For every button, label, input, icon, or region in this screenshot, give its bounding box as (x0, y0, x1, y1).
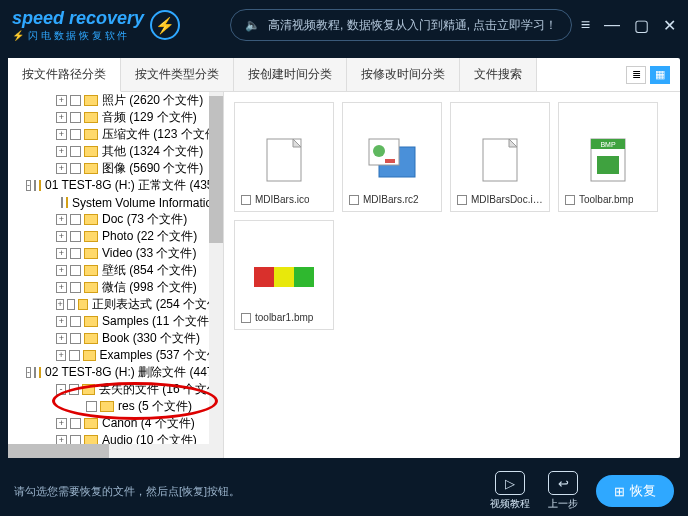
tree-row[interactable]: +正则表达式 (254 个文件) (8, 296, 223, 313)
tree-row[interactable]: System Volume Information (3 … (8, 194, 223, 211)
tab-1[interactable]: 按文件类型分类 (121, 58, 234, 91)
checkbox[interactable] (61, 197, 63, 208)
tab-4[interactable]: 文件搜索 (460, 58, 537, 91)
view-grid-button[interactable]: ▦ (650, 66, 670, 84)
file-item[interactable]: MDIBars.rc2 (342, 102, 442, 212)
tree-row[interactable]: +照片 (2620 个文件) (8, 92, 223, 109)
tree-label: res (5 个文件) (118, 398, 192, 415)
checkbox[interactable] (70, 129, 81, 140)
tree-row[interactable]: +微信 (998 个文件) (8, 279, 223, 296)
checkbox[interactable] (241, 313, 251, 323)
view-list-button[interactable]: ≣ (626, 66, 646, 84)
tree-row[interactable]: +Photo (22 个文件) (8, 228, 223, 245)
expand-icon[interactable]: + (56, 146, 67, 157)
file-item[interactable]: MDIBarsDoc.ico (450, 102, 550, 212)
checkbox[interactable] (70, 282, 81, 293)
tree-scrollbar-v[interactable] (209, 92, 223, 458)
expand-icon[interactable]: - (26, 180, 31, 191)
checkbox[interactable] (70, 112, 81, 123)
checkbox[interactable] (70, 316, 81, 327)
tree-row[interactable]: +Video (33 个文件) (8, 245, 223, 262)
tree-label: Book (330 个文件) (102, 330, 200, 347)
expand-icon[interactable]: + (56, 214, 67, 225)
footer-hint: 请勾选您需要恢复的文件，然后点[恢复]按钮。 (14, 484, 240, 499)
tree-label: 正则表达式 (254 个文件) (92, 296, 223, 313)
prev-step-button[interactable]: ↩ 上一步 (548, 471, 578, 511)
help-link[interactable]: 🔈 高清视频教程, 数据恢复从入门到精通, 点击立即学习！ (230, 9, 572, 41)
expand-icon[interactable]: + (56, 265, 67, 276)
expand-icon[interactable]: + (56, 231, 67, 242)
tree-row[interactable]: +音频 (129 个文件) (8, 109, 223, 126)
tree-label: 微信 (998 个文件) (102, 279, 197, 296)
tree-label: 壁纸 (854 个文件) (102, 262, 197, 279)
file-item[interactable]: toolbar1.bmp (234, 220, 334, 330)
folder-icon (39, 180, 41, 191)
checkbox[interactable] (241, 195, 251, 205)
close-button[interactable]: ✕ (663, 16, 676, 35)
tree-label: 照片 (2620 个文件) (102, 92, 203, 109)
checkbox[interactable] (86, 401, 97, 412)
tree-row[interactable]: +Examples (537 个文件) (8, 347, 223, 364)
file-item[interactable]: MDIBars.ico (234, 102, 334, 212)
maximize-button[interactable]: ▢ (634, 16, 649, 35)
file-item[interactable]: BMPToolbar.bmp (558, 102, 658, 212)
checkbox[interactable] (70, 214, 81, 225)
tree-label: Samples (11 个文件) (102, 313, 213, 330)
video-tutorial-button[interactable]: ▷ 视频教程 (490, 471, 530, 511)
menu-icon[interactable]: ≡ (581, 16, 590, 34)
checkbox[interactable] (349, 195, 359, 205)
expand-icon[interactable]: + (56, 282, 67, 293)
tree-row[interactable]: -02 TEST-8G (H:) 删除文件 (4471 个文 (8, 364, 223, 381)
expand-icon[interactable]: + (56, 112, 67, 123)
tab-3[interactable]: 按修改时间分类 (347, 58, 460, 91)
expand-icon[interactable]: + (56, 333, 67, 344)
tree-label: 丢失的文件 (16 个文件) (99, 381, 223, 398)
checkbox[interactable] (70, 248, 81, 259)
checkbox[interactable] (70, 333, 81, 344)
tree-row[interactable]: +压缩文件 (123 个文件) (8, 126, 223, 143)
checkbox[interactable] (67, 299, 75, 310)
expand-icon[interactable]: + (56, 299, 64, 310)
checkbox[interactable] (69, 384, 79, 395)
expand-icon[interactable]: + (56, 316, 67, 327)
tree-row[interactable]: res (5 个文件) (8, 398, 223, 415)
expand-icon[interactable]: + (56, 350, 66, 361)
tree-row[interactable]: +Doc (73 个文件) (8, 211, 223, 228)
checkbox[interactable] (70, 146, 81, 157)
folder-icon (84, 214, 98, 225)
checkbox[interactable] (565, 195, 575, 205)
tree-scrollbar-h[interactable] (8, 444, 209, 458)
tab-2[interactable]: 按创建时间分类 (234, 58, 347, 91)
checkbox[interactable] (70, 265, 81, 276)
tree-row[interactable]: +其他 (1324 个文件) (8, 143, 223, 160)
folder-icon (83, 350, 96, 361)
recover-button[interactable]: ⊞ 恢复 (596, 475, 674, 507)
checkbox[interactable] (34, 180, 36, 191)
checkbox[interactable] (34, 367, 36, 378)
checkbox[interactable] (70, 231, 81, 242)
file-name: Toolbar.bmp (579, 194, 633, 205)
expand-icon[interactable]: + (56, 248, 67, 259)
tree-row[interactable]: +图像 (5690 个文件) (8, 160, 223, 177)
tree-row[interactable]: +壁纸 (854 个文件) (8, 262, 223, 279)
expand-icon[interactable]: + (56, 163, 67, 174)
tree-label: 音频 (129 个文件) (102, 109, 197, 126)
tab-0[interactable]: 按文件路径分类 (8, 58, 121, 92)
tree-row[interactable]: +Book (330 个文件) (8, 330, 223, 347)
expand-icon[interactable]: + (56, 129, 67, 140)
minimize-button[interactable]: — (604, 16, 620, 34)
tree-row[interactable]: -01 TEST-8G (H:) 正常文件 (4355 个文 (8, 177, 223, 194)
tree-row[interactable]: +Canon (4 个文件) (8, 415, 223, 432)
tree-row[interactable]: -丢失的文件 (16 个文件) (8, 381, 223, 398)
expand-icon[interactable]: - (56, 384, 66, 395)
expand-icon[interactable]: + (56, 95, 67, 106)
tree-row[interactable]: +Samples (11 个文件) (8, 313, 223, 330)
checkbox[interactable] (70, 95, 81, 106)
checkbox[interactable] (70, 418, 81, 429)
checkbox[interactable] (70, 163, 81, 174)
checkbox[interactable] (69, 350, 79, 361)
expand-icon[interactable]: + (56, 418, 67, 429)
expand-icon[interactable]: - (26, 367, 31, 378)
file-tree[interactable]: +照片 (2620 个文件)+音频 (129 个文件)+压缩文件 (123 个文… (8, 92, 224, 458)
checkbox[interactable] (457, 195, 467, 205)
